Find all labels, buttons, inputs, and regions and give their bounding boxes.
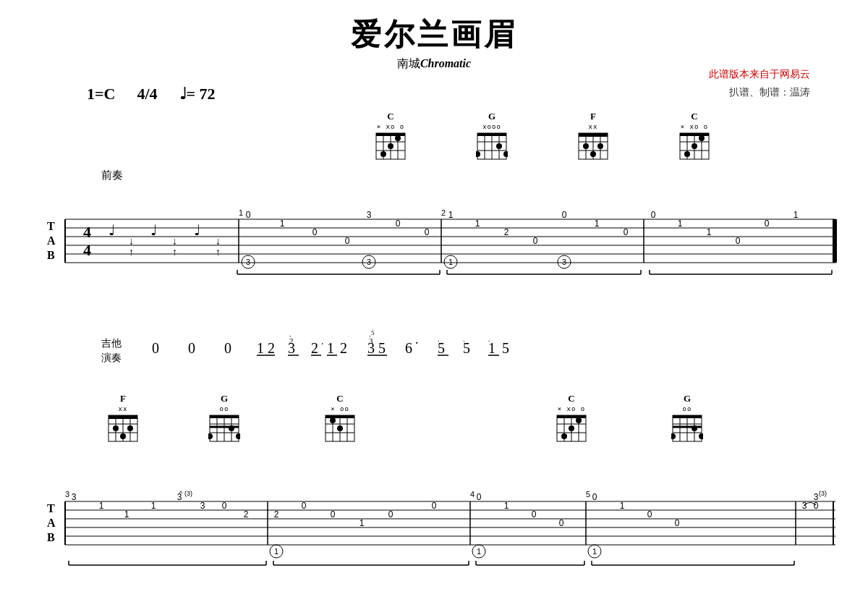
- svg-text:1: 1: [793, 210, 799, 220]
- svg-text:0: 0: [814, 501, 819, 511]
- svg-text:0: 0: [302, 501, 307, 511]
- time-sig: 4/4: [137, 85, 157, 103]
- svg-text:3: 3: [200, 501, 205, 511]
- svg-point-17: [496, 143, 502, 149]
- svg-text:·: ·: [438, 337, 440, 345]
- svg-text:1: 1: [448, 258, 453, 266]
- svg-text:0: 0: [736, 236, 741, 246]
- svg-text:1: 1: [707, 227, 712, 237]
- chord-diagram-G1: G xooo: [476, 111, 508, 162]
- jianpu-label: 吉他演奏: [101, 336, 122, 365]
- svg-text:1: 1: [327, 340, 334, 356]
- svg-point-154: [208, 433, 213, 439]
- svg-text:2: 2: [340, 340, 347, 356]
- svg-text:·: ·: [289, 332, 292, 340]
- chord-diagram-C1: C × xo o: [375, 111, 407, 162]
- chord-diagram-C4: C × xo o: [556, 393, 587, 444]
- tab-staff-1: T A B 4 4 ♩ ↓ ↑ ♩ ↓ ↑ ♩ ↓ ↑: [43, 205, 839, 284]
- svg-text:(3): (3): [184, 490, 192, 497]
- chord-grid-G-svg: [476, 130, 508, 162]
- svg-text:♩: ♩: [109, 222, 115, 238]
- svg-text:0: 0: [432, 501, 437, 511]
- svg-text:0: 0: [532, 509, 537, 520]
- svg-point-37: [699, 135, 705, 141]
- svg-text:0: 0: [331, 509, 336, 520]
- svg-text:2: 2: [244, 509, 249, 520]
- chord-diagram-G2: G oo: [208, 393, 240, 444]
- svg-text:6: 6: [405, 340, 412, 356]
- svg-text:1: 1: [280, 219, 285, 229]
- svg-text:0: 0: [562, 210, 567, 220]
- jianpu-section: 吉他演奏 0 0 0 1 2 2 3 2 · 1 2 3 3 5 6: [43, 328, 825, 371]
- svg-text:T: T: [47, 220, 55, 232]
- svg-point-19: [503, 151, 508, 157]
- svg-point-18: [476, 151, 480, 157]
- svg-text:3: 3: [246, 258, 250, 266]
- svg-text:1: 1: [124, 509, 129, 520]
- attribution-line2: 扒谱、制谱：温涛: [709, 83, 810, 101]
- svg-text:0: 0: [345, 236, 350, 246]
- svg-text:0: 0: [396, 219, 401, 229]
- staff-section-1: 前奏 C × xo o: [43, 111, 825, 313]
- svg-point-174: [569, 425, 574, 431]
- chord-grid-svg: [375, 130, 407, 162]
- svg-text:0: 0: [188, 340, 195, 356]
- svg-text:5: 5: [502, 340, 509, 356]
- svg-text:0: 0: [152, 340, 159, 356]
- svg-text:1: 1: [239, 208, 243, 217]
- bpm: ♩= 72: [179, 85, 216, 103]
- svg-text:3: 3: [802, 501, 807, 511]
- svg-text:1: 1: [592, 547, 597, 556]
- chord-diagram-F2: F xx: [107, 393, 139, 444]
- key-sig: 1=C: [87, 85, 115, 103]
- svg-point-164: [330, 417, 336, 423]
- chord-grid-F-svg: [577, 130, 609, 162]
- svg-text:3: 3: [367, 258, 371, 266]
- svg-text:0: 0: [312, 227, 318, 237]
- svg-text:·: ·: [488, 337, 490, 345]
- svg-text:B: B: [47, 531, 55, 543]
- svg-point-165: [337, 425, 343, 431]
- song-title: 爱尔兰画眉: [43, 14, 825, 55]
- svg-text:3: 3: [367, 210, 372, 220]
- svg-point-173: [576, 417, 582, 423]
- svg-point-27: [583, 143, 589, 149]
- svg-text:1: 1: [99, 501, 104, 511]
- svg-point-184: [671, 433, 676, 439]
- svg-text:0: 0: [533, 236, 538, 246]
- svg-text:T: T: [47, 502, 55, 514]
- svg-text:↑: ↑: [129, 247, 134, 258]
- song-subtitle: 南城Chromatic: [43, 56, 825, 72]
- svg-point-7: [395, 135, 401, 141]
- svg-point-175: [561, 433, 567, 439]
- staff-section-2: F xx G oo: [43, 393, 825, 602]
- svg-text:3 5: 3 5: [367, 340, 386, 356]
- attribution: 此谱版本来自于网易云 扒谱、制谱：温涛: [709, 65, 810, 101]
- chord-diagram-F1: F xx: [577, 111, 609, 162]
- tab-staff-2: T A B 3 4 5 3 1 1 1 3: [43, 487, 839, 581]
- svg-text:0: 0: [559, 518, 564, 528]
- svg-text:·: ·: [415, 336, 419, 350]
- svg-text:0: 0: [246, 210, 251, 220]
- chord-diagram-C2: C × xo o: [678, 111, 710, 162]
- svg-point-144: [120, 433, 126, 439]
- svg-text:2: 2: [311, 340, 318, 356]
- svg-text:1: 1: [678, 219, 683, 229]
- svg-text:1 2: 1 2: [257, 340, 275, 356]
- svg-text:♩: ♩: [194, 222, 200, 238]
- svg-text:5: 5: [371, 329, 375, 336]
- chord-grid-C2-svg: [678, 130, 710, 162]
- svg-text:1: 1: [151, 501, 156, 511]
- svg-text:4: 4: [83, 241, 91, 259]
- section-label-prelude: 前奏: [101, 169, 123, 182]
- svg-text:1: 1: [620, 501, 625, 511]
- svg-text:0: 0: [425, 227, 430, 237]
- svg-point-185: [699, 433, 703, 439]
- svg-text:·: ·: [321, 339, 324, 349]
- svg-text:5: 5: [586, 490, 590, 499]
- svg-text:A: A: [47, 517, 56, 529]
- svg-text:3: 3: [288, 340, 295, 356]
- svg-text:·: ·: [463, 337, 465, 345]
- svg-text:0: 0: [765, 219, 770, 229]
- svg-text:A: A: [47, 234, 56, 247]
